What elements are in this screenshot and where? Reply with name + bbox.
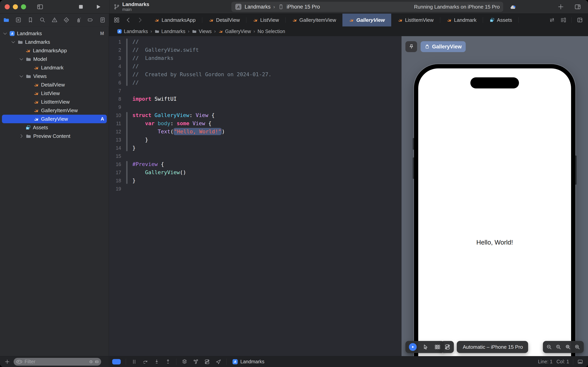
- zoom-100-icon[interactable]: [555, 344, 562, 350]
- tab-assets[interactable]: Assets: [483, 14, 518, 26]
- live-preview-button[interactable]: [409, 343, 417, 351]
- zoom-out-icon[interactable]: [546, 344, 552, 350]
- toggle-navigator-icon[interactable]: [37, 3, 43, 10]
- library-add-icon[interactable]: [557, 3, 564, 10]
- pin-preview-button[interactable]: [405, 41, 417, 52]
- code-line[interactable]: 14}: [109, 144, 401, 152]
- sidebar-item-detailview[interactable]: DetailView: [2, 81, 107, 89]
- add-editor-icon[interactable]: [577, 17, 583, 23]
- disclosure-down-icon[interactable]: [19, 57, 24, 61]
- breakpoints-toggle-button[interactable]: [112, 359, 121, 365]
- breakpoint-navigator-icon[interactable]: [87, 17, 94, 23]
- sidebar-item-assets[interactable]: Assets: [2, 123, 107, 132]
- code-line[interactable]: 19: [109, 185, 401, 193]
- sidebar-item-listitemview[interactable]: ListItemView: [2, 98, 107, 106]
- iphone-screen[interactable]: [418, 68, 571, 356]
- code-line[interactable]: 13 }: [109, 136, 401, 144]
- step-over-icon[interactable]: [142, 359, 149, 365]
- project-navigator-icon[interactable]: [3, 17, 9, 23]
- test-navigator-icon[interactable]: [63, 17, 70, 23]
- simulate-location-icon[interactable]: [215, 359, 221, 365]
- filter-options-icon[interactable]: [16, 359, 23, 365]
- related-items-icon[interactable]: [114, 17, 120, 23]
- code-line[interactable]: 6//: [109, 79, 401, 87]
- toggle-debug-area-icon[interactable]: [577, 359, 583, 365]
- code-line[interactable]: 15: [109, 152, 401, 160]
- disclosure-down-icon[interactable]: [19, 74, 24, 79]
- add-file-icon[interactable]: [4, 359, 10, 365]
- view-hierarchy-debugger-icon[interactable]: [181, 359, 188, 365]
- disclosure-right-icon[interactable]: [19, 134, 24, 138]
- code-line[interactable]: 16#Preview {: [109, 160, 401, 168]
- zoom-in-icon[interactable]: [574, 344, 580, 350]
- minimize-window-button[interactable]: [13, 4, 18, 9]
- toggle-inspector-icon[interactable]: [574, 3, 581, 10]
- variants-mode-icon[interactable]: [434, 344, 441, 350]
- editor-options-icon[interactable]: [560, 17, 566, 23]
- scheme-project[interactable]: Landmarks: [245, 4, 271, 10]
- sidebar-item-galleryview[interactable]: GalleryViewA: [2, 115, 107, 123]
- code-line[interactable]: 12 Text("Hello, World!"): [109, 127, 401, 136]
- bookmark-navigator-icon[interactable]: [27, 17, 34, 23]
- breadcrumb-item-landmarks[interactable]: ALandmarks: [117, 29, 148, 34]
- code-line[interactable]: 11 var body: some View {: [109, 119, 401, 127]
- stop-button[interactable]: [78, 4, 84, 10]
- tab-landmarksapp[interactable]: LandmarksApp: [148, 14, 202, 26]
- environment-overrides-icon[interactable]: [204, 359, 210, 365]
- tab-listitemview[interactable]: ListItemView: [391, 14, 440, 26]
- zoom-fit-icon[interactable]: [565, 344, 571, 350]
- step-into-icon[interactable]: [154, 359, 160, 365]
- issue-navigator-icon[interactable]: [51, 17, 58, 23]
- source-control-navigator-icon[interactable]: [15, 17, 22, 23]
- code-line[interactable]: 10struct GalleryView: View {: [109, 111, 401, 119]
- run-button[interactable]: [95, 4, 101, 10]
- breadcrumb-item-views[interactable]: Views: [192, 29, 211, 34]
- preview-device-picker[interactable]: Automatic – iPhone 15 Pro: [457, 341, 528, 353]
- sidebar-item-landmark[interactable]: Landmark: [2, 63, 107, 72]
- sidebar-item-preview-content[interactable]: Preview Content: [2, 132, 107, 140]
- go-forward-icon[interactable]: [137, 17, 143, 23]
- breadcrumb-item-no-selection[interactable]: No Selection: [258, 29, 285, 34]
- tab-landmark[interactable]: Landmark: [440, 14, 483, 26]
- tab-galleryview[interactable]: GalleryView: [342, 14, 391, 26]
- sidebar-item-landmarks[interactable]: ALandmarksM: [2, 29, 107, 38]
- debug-navigator-icon[interactable]: [75, 17, 82, 23]
- code-line[interactable]: 18}: [109, 176, 401, 185]
- breadcrumb-item-landmarks[interactable]: Landmarks: [155, 29, 185, 34]
- source-editor[interactable]: 1//2// GalleryView.swift3// Landmarks4//…: [109, 36, 401, 356]
- filter-input[interactable]: [25, 359, 87, 365]
- code-line[interactable]: 7: [109, 87, 401, 95]
- preview-target-chip[interactable]: GalleryView: [420, 41, 466, 52]
- filter-field[interactable]: [14, 358, 101, 366]
- step-out-icon[interactable]: [165, 359, 171, 365]
- code-line[interactable]: 2// GalleryView.swift: [109, 46, 401, 54]
- code-line[interactable]: 8import SwiftUI: [109, 95, 401, 103]
- selectable-mode-icon[interactable]: [422, 344, 429, 350]
- device-settings-icon[interactable]: [444, 344, 451, 350]
- scheme-and-status-bar[interactable]: A Landmarks › iPhone 15 Pro Running Land…: [231, 2, 503, 12]
- zoom-window-button[interactable]: [21, 4, 26, 9]
- source-control-filter-icon[interactable]: [95, 359, 99, 365]
- disclosure-down-icon[interactable]: [3, 31, 7, 36]
- tab-listview[interactable]: ListView: [246, 14, 285, 26]
- adjust-editor-icon[interactable]: [549, 17, 555, 23]
- scheme-device[interactable]: iPhone 15 Pro: [287, 4, 320, 10]
- sidebar-item-landmarksapp[interactable]: LandmarksApp: [2, 46, 107, 55]
- code-line[interactable]: 5// Created by Russell Gordon on 2024-01…: [109, 70, 401, 79]
- recent-files-icon[interactable]: [89, 359, 93, 365]
- sidebar-item-views[interactable]: Views: [2, 72, 107, 81]
- code-line[interactable]: 1//: [109, 38, 401, 46]
- disclosure-down-icon[interactable]: [11, 40, 16, 44]
- close-window-button[interactable]: [5, 4, 10, 9]
- code-line[interactable]: 9: [109, 103, 401, 111]
- code-line[interactable]: 17 GalleryView(): [109, 168, 401, 176]
- report-navigator-icon[interactable]: [99, 17, 106, 23]
- code-line[interactable]: 3// Landmarks: [109, 54, 401, 62]
- memory-graph-debugger-icon[interactable]: [193, 359, 199, 365]
- sidebar-item-galleryitemview[interactable]: GalleryItemView: [2, 106, 107, 115]
- tab-galleryitemview[interactable]: GalleryItemView: [286, 14, 343, 26]
- breadcrumb-item-galleryview[interactable]: GalleryView: [218, 29, 251, 34]
- sidebar-item-landmarks[interactable]: Landmarks: [2, 38, 107, 46]
- code-line[interactable]: 4//: [109, 62, 401, 70]
- code-area[interactable]: 1//2// GalleryView.swift3// Landmarks4//…: [109, 36, 401, 193]
